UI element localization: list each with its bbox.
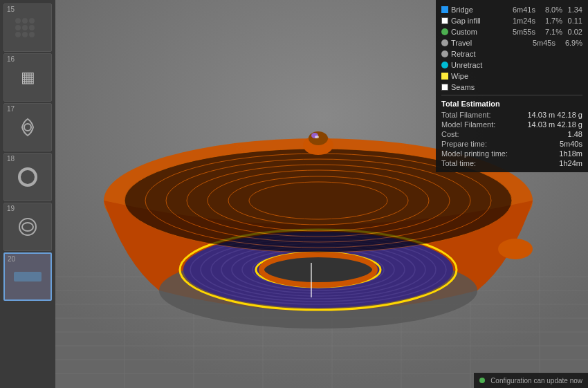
sidebar-item-16[interactable]: 16 ▦ — [3, 53, 52, 102]
stats-row-bridge: Bridge 6m41s 8.0% 1.34 — [441, 4, 582, 15]
model-printing-time-val: 1h18m — [559, 149, 582, 158]
seams-label: Seams — [451, 83, 582, 91]
svg-point-44 — [315, 136, 319, 138]
custom-val2: 7.1% — [538, 28, 562, 36]
stats-row-travel: Travel 5m45s 6.9% — [441, 37, 582, 48]
sidebar-item-19[interactable]: 19 — [3, 203, 52, 251]
travel-label: Travel — [451, 39, 522, 47]
cost-row: Cost: 1.48 — [441, 129, 582, 139]
bridge-val1: 6m41s — [504, 6, 535, 14]
sidebar-icon-17 — [17, 116, 39, 138]
status-indicator-icon — [479, 378, 485, 383]
total-filament-val: 14.03 m 42.18 g — [527, 111, 582, 119]
sidebar-item-20[interactable]: 20 — [3, 252, 52, 301]
custom-color — [441, 28, 448, 35]
viewport[interactable]: Bridge 6m41s 8.0% 1.34 Gap infill 1m24s … — [55, 0, 588, 388]
svg-point-0 — [24, 124, 31, 131]
unretract-label: Unretract — [451, 61, 582, 69]
prepare-time-row: Prepare time: 5m40s — [441, 139, 582, 149]
sidebar-icon-15 — [15, 18, 40, 37]
sidebar-item-15[interactable]: 15 — [3, 3, 52, 52]
gap-infill-val2: 1.7% — [538, 17, 562, 25]
prepare-time-label: Prepare time: — [441, 140, 560, 148]
wipe-label: Wipe — [451, 72, 582, 80]
retract-color — [441, 50, 448, 57]
sidebar-icon-19 — [17, 216, 39, 238]
travel-val2: 6.9% — [558, 39, 582, 47]
sidebar-item-num-19: 19 — [7, 205, 15, 212]
sidebar-item-num-17: 17 — [7, 105, 15, 113]
sidebar: 15 16 ▦ 17 18 19 — [0, 0, 55, 388]
travel-val1: 5m45s — [524, 39, 555, 47]
custom-label: Custom — [451, 28, 502, 36]
unretract-color — [441, 62, 448, 68]
wipe-color — [441, 73, 448, 80]
custom-val1: 5m55s — [504, 28, 535, 36]
total-time-val: 1h24m — [559, 159, 582, 167]
gap-infill-val1: 1m24s — [504, 17, 535, 25]
sidebar-item-num-20: 20 — [8, 255, 15, 263]
gap-infill-val3: 0.11 — [565, 17, 582, 25]
model-filament-row: Model Filament: 14.03 m 42.18 g — [441, 120, 582, 129]
gap-infill-color — [441, 17, 448, 24]
total-filament-row: Total Filament: 14.03 m 42.18 g — [441, 110, 582, 120]
total-time-row: Total time: 1h24m — [441, 158, 582, 168]
status-text: Configuration can update now — [490, 377, 582, 385]
gap-infill-label: Gap infill — [451, 17, 502, 25]
stats-row-unretract: Unretract — [441, 59, 582, 71]
svg-point-3 — [22, 223, 33, 231]
sidebar-icon-20 — [14, 272, 42, 281]
bridge-val2: 8.0% — [538, 6, 562, 14]
stats-row-custom: Custom 5m55s 7.1% 0.02 — [441, 26, 582, 37]
sidebar-icon-16: ▦ — [21, 68, 35, 86]
total-time-label: Total time: — [441, 159, 559, 167]
sidebar-item-num-15: 15 — [7, 6, 15, 13]
stats-row-wipe: Wipe — [441, 71, 582, 82]
sidebar-item-17[interactable]: 17 — [3, 103, 52, 151]
model-filament-val: 14.03 m 42.18 g — [527, 120, 582, 129]
total-estimation-title: Total Estimation — [441, 100, 582, 108]
sidebar-item-num-16: 16 — [7, 55, 15, 63]
custom-val3: 0.02 — [565, 28, 582, 36]
sidebar-icon-18 — [17, 166, 39, 188]
sidebar-item-18[interactable]: 18 — [3, 153, 52, 201]
retract-label: Retract — [451, 50, 582, 58]
model-printing-time-row: Model printing time: 1h18m — [441, 149, 582, 158]
cost-label: Cost: — [441, 130, 568, 138]
bridge-color — [441, 6, 448, 13]
svg-point-42 — [309, 131, 328, 145]
stats-panel: Bridge 6m41s 8.0% 1.34 Gap infill 1m24s … — [436, 0, 588, 172]
svg-point-45 — [498, 239, 533, 259]
svg-point-40 — [249, 182, 387, 219]
prepare-time-val: 5m40s — [560, 140, 582, 148]
bridge-label: Bridge — [451, 6, 502, 14]
sidebar-item-num-18: 18 — [7, 155, 15, 163]
svg-point-1 — [19, 169, 36, 185]
stats-row-retract: Retract — [441, 48, 582, 59]
status-bar: Configuration can update now — [474, 373, 588, 388]
bridge-val3: 1.34 — [565, 6, 582, 14]
stats-row-seams: Seams — [441, 82, 582, 93]
cost-val: 1.48 — [568, 130, 582, 138]
model-filament-label: Model Filament: — [441, 120, 527, 129]
seams-color — [441, 84, 448, 91]
stats-row-gap-infill: Gap infill 1m24s 1.7% 0.11 — [441, 15, 582, 26]
model-printing-time-label: Model printing time: — [441, 149, 559, 158]
total-filament-label: Total Filament: — [441, 111, 527, 119]
divider-1 — [441, 95, 582, 95]
travel-color — [441, 39, 448, 46]
